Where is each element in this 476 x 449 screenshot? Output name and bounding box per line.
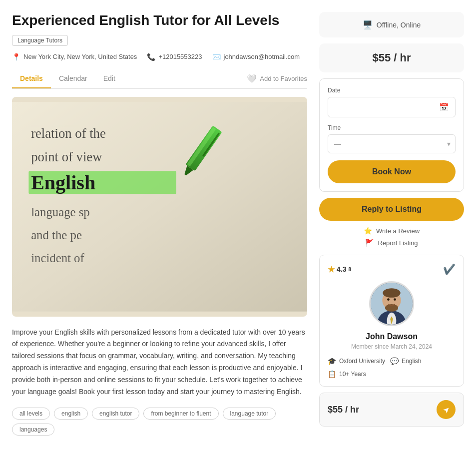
tabs-bar: Details Calendar Edit 🤍 Add to Favorites [12, 69, 307, 89]
mode-row: 🖥️ Offline, Online [327, 20, 456, 29]
svg-text:and the pe: and the pe [31, 228, 82, 241]
bottom-price: $55 / hr [328, 405, 359, 415]
rating-value: 4.3 [337, 265, 346, 273]
mode-label: Offline, Online [377, 21, 421, 29]
svg-text:relation of the: relation of the [31, 125, 106, 140]
language-item: 💬 English [390, 357, 421, 365]
svg-point-20 [387, 298, 390, 301]
email-icon: ✉️ [212, 53, 221, 61]
mode-card: 🖥️ Offline, Online [319, 12, 464, 37]
tag-english-tutor[interactable]: english tutor [92, 408, 139, 420]
price-card: $55 / hr [319, 43, 464, 72]
email-item[interactable]: ✉️ johndawson@hotmail.com [212, 53, 300, 61]
location-item: 📍 New York City, New York, United States [12, 53, 137, 61]
star-icon: ⭐ [364, 227, 372, 235]
send-button[interactable]: ➤ [437, 400, 456, 419]
tab-details[interactable]: Details [12, 69, 51, 88]
date-label: Date [328, 87, 456, 94]
graduation-icon: 🎓 [328, 357, 336, 365]
phone-icon: 📞 [147, 53, 155, 61]
experience-text: 10+ Years [339, 371, 366, 378]
action-links: ⭐ Write a Review 🚩 Report Listing [319, 227, 464, 247]
svg-text:language sp: language sp [31, 205, 90, 219]
rating-superscript: 8 [348, 267, 351, 272]
date-input[interactable] [334, 103, 439, 111]
reply-to-listing-button[interactable]: Reply to Listing [319, 198, 464, 221]
tag-languages[interactable]: languages [12, 424, 54, 436]
experience-item: 📋 10+ Years [328, 370, 366, 378]
report-listing-link[interactable]: 🚩 Report Listing [319, 239, 464, 247]
tutor-since: Member since March 24, 2024 [328, 343, 456, 350]
tags-row: all levels english english tutor from be… [12, 408, 307, 436]
heart-icon: 🤍 [247, 74, 257, 83]
rating-row: ★ 4.3 8 ✔️ [328, 263, 456, 275]
rating-star-icon: ★ [328, 265, 335, 274]
date-group: Date 📅 [328, 87, 456, 117]
booking-card: Date 📅 Time — ▾ Book Now [319, 78, 464, 192]
favorites-label: Add to Favorites [260, 75, 307, 82]
listing-description: Improve your English skills with persona… [12, 327, 307, 398]
tab-calendar[interactable]: Calendar [51, 69, 95, 88]
experience-icon: 📋 [328, 370, 336, 378]
tutor-avatar-wrapper [328, 281, 456, 326]
svg-text:point of view: point of view [31, 149, 102, 164]
add-to-favorites-btn[interactable]: 🤍 Add to Favorites [247, 69, 307, 88]
price-display: $55 / hr [327, 51, 456, 64]
bottom-bar: $55 / hr ➤ [319, 393, 464, 427]
verified-icon: ✔️ [443, 263, 456, 275]
svg-text:incident of: incident of [31, 251, 84, 264]
flag-icon: 🚩 [365, 239, 374, 247]
university-item: 🎓 Oxford University [328, 357, 385, 365]
university-text: Oxford University [339, 358, 385, 365]
tag-beginner-to-fluent[interactable]: from beginner to fluent [143, 408, 218, 420]
write-review-label: Write a Review [376, 227, 420, 235]
tab-edit[interactable]: Edit [95, 69, 123, 88]
tag-language-tutor[interactable]: language tutor [223, 408, 276, 420]
write-review-link[interactable]: ⭐ Write a Review [319, 227, 464, 235]
phone-item: 📞 +12015553223 [147, 53, 202, 61]
time-label: Time [328, 124, 456, 131]
report-label: Report Listing [378, 239, 418, 247]
time-group: Time — ▾ [328, 124, 456, 153]
location-icon: 📍 [12, 53, 20, 61]
language-icon: 💬 [390, 357, 399, 365]
svg-point-18 [383, 288, 400, 298]
category-badge[interactable]: Language Tutors [12, 35, 68, 46]
tag-english[interactable]: english [54, 408, 88, 420]
listing-image: relation of the point of view English la… [12, 97, 307, 317]
send-icon: ➤ [441, 404, 452, 416]
language-text: English [402, 358, 421, 365]
rating-display: ★ 4.3 8 [328, 265, 351, 274]
location-text: New York City, New York, United States [23, 53, 137, 60]
tutor-details: 🎓 Oxford University 💬 English 📋 10+ Year… [328, 357, 456, 378]
phone-text: +12015553223 [158, 53, 202, 60]
tag-all-levels[interactable]: all levels [12, 408, 50, 420]
tutor-avatar [369, 281, 414, 326]
tutor-name: John Dawson [328, 332, 456, 341]
time-select[interactable]: — [328, 134, 456, 153]
email-link[interactable]: johndawson@hotmail.com [224, 53, 300, 60]
svg-text:English: English [31, 171, 95, 193]
tutor-card: ★ 4.3 8 ✔️ [319, 255, 464, 387]
listing-title: Experienced English Tutor for All Levels [12, 12, 307, 29]
date-input-wrapper[interactable]: 📅 [328, 97, 456, 117]
time-select-wrapper: — ▾ [328, 134, 456, 153]
meta-row: 📍 New York City, New York, United States… [12, 53, 307, 61]
calendar-icon: 📅 [439, 102, 449, 112]
monitor-icon: 🖥️ [363, 20, 373, 29]
svg-point-21 [394, 298, 396, 301]
book-now-button[interactable]: Book Now [328, 160, 456, 183]
